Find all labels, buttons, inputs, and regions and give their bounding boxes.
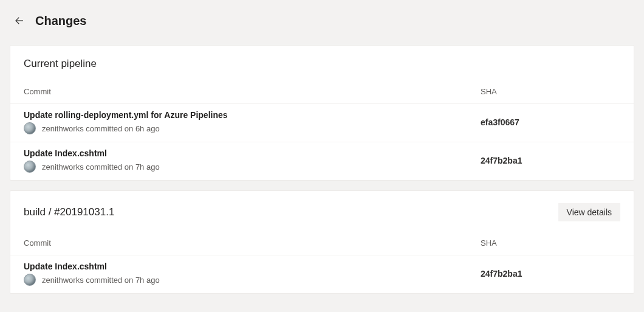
view-details-button[interactable]: View details xyxy=(558,203,620,221)
commit-title: Update Index.cshtml xyxy=(24,262,481,271)
column-header-commit: Commit xyxy=(24,238,481,248)
section-build: build / #20191031.1 View details Commit … xyxy=(10,190,634,294)
commit-sha[interactable]: 24f7b2ba1 xyxy=(481,269,522,279)
table-row[interactable]: Update Index.cshtml zenithworks committe… xyxy=(10,255,634,293)
table-header: Commit SHA xyxy=(10,227,634,255)
commit-title: Update rolling-deployment.yml for Azure … xyxy=(24,110,481,120)
commit-sha[interactable]: efa3f0667 xyxy=(481,117,519,127)
section-current-pipeline: Current pipeline Commit SHA Update rolli… xyxy=(10,45,634,181)
card-header: Current pipeline xyxy=(10,46,634,76)
arrow-left-icon xyxy=(14,15,25,26)
table-header: Commit SHA xyxy=(10,76,634,103)
card-title: build / #20191031.1 xyxy=(24,206,114,218)
back-button[interactable] xyxy=(12,13,27,28)
table-row[interactable]: Update rolling-deployment.yml for Azure … xyxy=(10,103,634,142)
avatar xyxy=(24,161,36,173)
table-row[interactable]: Update Index.cshtml zenithworks committe… xyxy=(10,142,634,180)
avatar xyxy=(24,122,36,134)
column-header-sha: SHA xyxy=(481,87,620,96)
commit-title: Update Index.cshtml xyxy=(24,148,481,158)
commit-meta-text: zenithworks committed on 7h ago xyxy=(42,276,160,285)
commit-meta-text: zenithworks committed on 6h ago xyxy=(42,124,160,133)
card-header: build / #20191031.1 View details xyxy=(10,191,634,227)
column-header-commit: Commit xyxy=(24,87,481,96)
commit-sha[interactable]: 24f7b2ba1 xyxy=(481,156,522,165)
column-header-sha: SHA xyxy=(481,238,620,248)
page-header: Changes xyxy=(10,10,634,45)
avatar xyxy=(24,274,36,286)
card-title: Current pipeline xyxy=(24,58,97,70)
commit-meta-text: zenithworks committed on 7h ago xyxy=(42,162,160,172)
page-title: Changes xyxy=(35,14,86,28)
